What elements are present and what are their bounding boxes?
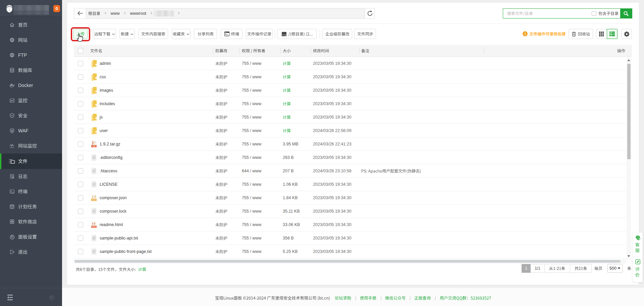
svg-text:{:}: {:} [92, 195, 96, 198]
